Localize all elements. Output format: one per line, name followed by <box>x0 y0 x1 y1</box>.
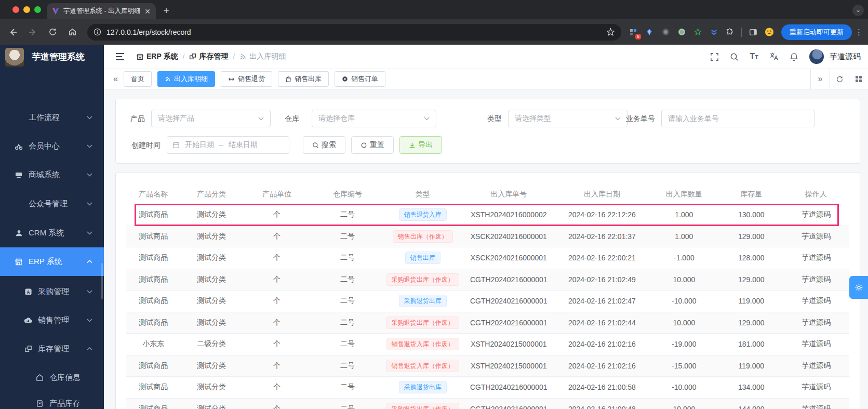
app-logo-row[interactable]: 芋道管理系统 <box>0 45 104 69</box>
refresh-page-icon[interactable] <box>830 69 849 89</box>
extensions-puzzle-icon[interactable] <box>725 28 735 37</box>
sidebar-item-official-account[interactable]: 公众号管理 <box>0 190 104 218</box>
sales-out-bag-icon <box>285 76 291 83</box>
bell-icon[interactable] <box>790 52 798 61</box>
cell-stock: 181.000 <box>720 340 783 348</box>
cell-operator: 芋道源码 <box>783 318 849 327</box>
type-badge: 采购退货出库（作废） <box>386 316 459 329</box>
tag-stock-record[interactable]: 出入库明细 <box>157 71 215 87</box>
extension-dark-circle-icon[interactable] <box>661 28 670 37</box>
sidebar-item-warehouse-info[interactable]: 仓库信息 <box>0 363 104 392</box>
sidebar-item-workflow[interactable]: 工作流程 <box>0 103 104 132</box>
chevron-up-icon <box>87 260 92 263</box>
tags-scroll-right-icon[interactable]: » <box>810 69 830 89</box>
membership-icon <box>14 142 24 151</box>
browser-update-button[interactable]: 重新启动即可更新 <box>781 24 852 40</box>
cell-product-unit: 个 <box>243 339 311 349</box>
new-tab-button[interactable]: + <box>164 5 169 17</box>
breadcrumb-stock[interactable]: 库存管理 <box>189 52 228 61</box>
sidebar-item-crm[interactable]: CRM 系统 <box>0 219 104 247</box>
cell-product-name: 小东东 <box>126 339 180 349</box>
home-icon[interactable] <box>65 25 79 39</box>
extension-icon[interactable]: 6 <box>629 28 638 37</box>
product-select[interactable]: 请选择产品 <box>151 110 271 127</box>
export-button[interactable]: 导出 <box>399 136 442 154</box>
layout-grid-icon[interactable] <box>849 69 868 89</box>
type-select[interactable]: 请选择类型 <box>508 110 627 127</box>
url-text[interactable]: 127.0.0.1/erp/stock/record <box>106 28 606 36</box>
extension-star-icon[interactable] <box>693 28 702 37</box>
biz-no-input[interactable] <box>661 110 814 127</box>
locale-translate-icon[interactable] <box>769 52 779 61</box>
warehouse-select[interactable]: 请选择仓库 <box>312 110 436 127</box>
tag-sales-order[interactable]: 销售订单 <box>335 71 385 87</box>
reset-button[interactable]: 重置 <box>351 136 394 154</box>
tag-sales-return[interactable]: 销售退货 <box>221 71 272 87</box>
settings-gear-icon <box>854 283 863 292</box>
cell-order-no: CGTH20240216000001 <box>462 297 556 305</box>
cell-operator: 芋道源码 <box>783 232 849 241</box>
cell-product-unit: 个 <box>243 404 311 409</box>
product-stock-icon <box>34 400 45 407</box>
theme-settings-button[interactable] <box>849 276 868 299</box>
cell-stock: 129.000 <box>720 319 783 327</box>
username[interactable]: 芋道源码 <box>830 52 861 62</box>
search-icon[interactable] <box>730 52 739 61</box>
table-row: 测试商品 测试分类 个 二号 销售出库 XSCK20240216000001 2… <box>126 247 849 269</box>
tag-home[interactable]: 首页 <box>124 71 152 87</box>
cell-product-category: 测试分类 <box>180 404 243 409</box>
cell-qty: -19.000 <box>648 340 720 348</box>
extension-chevrons-icon[interactable] <box>709 28 718 37</box>
bookmark-star-icon[interactable] <box>606 28 615 36</box>
cell-qty: -10.000 <box>648 383 720 391</box>
side-panel-icon[interactable] <box>749 28 758 37</box>
cell-qty: -10.000 <box>648 297 720 305</box>
font-size-icon[interactable]: TT <box>750 52 758 61</box>
sidebar-scrollbar-thumb[interactable] <box>101 263 103 299</box>
cell-order-no: CGTH20240216000001 <box>462 383 556 391</box>
cell-date: 2024-02-16 21:02:44 <box>556 319 648 327</box>
date-range-picker[interactable]: 开始日期 – 结束日期 <box>167 136 289 154</box>
cell-date: 2024-02-16 21:00:58 <box>556 383 648 391</box>
table-row: 测试商品 测试分类 个 二号 销售退货入库 XSTH20240216000002… <box>126 204 849 226</box>
close-window-button[interactable] <box>12 6 19 13</box>
tag-sales-out[interactable]: 销售出库 <box>278 71 329 87</box>
breadcrumb-erp[interactable]: ERP 系统 <box>136 52 178 61</box>
sidebar-item-membership[interactable]: 会员中心 <box>0 132 104 161</box>
user-avatar[interactable] <box>809 49 824 64</box>
erp-store-icon <box>14 258 24 266</box>
browser-tab[interactable]: 芋道管理系统 - 出入库明细 ✕ <box>47 3 156 19</box>
collapse-menu-icon[interactable] <box>115 52 125 61</box>
col-date: 出入库日期 <box>556 190 648 199</box>
fullscreen-icon[interactable] <box>710 52 719 61</box>
forward-icon[interactable] <box>26 25 39 39</box>
cell-order-no: XSCK20240216000001 <box>462 232 556 241</box>
cell-qty: 10.000 <box>648 275 720 284</box>
maximize-window-button[interactable] <box>34 6 41 13</box>
minimize-window-button[interactable] <box>23 6 30 13</box>
profile-emoji-icon[interactable] <box>765 28 774 37</box>
cell-product-name: 测试商品 <box>126 253 180 262</box>
browser-toolbar: 127.0.0.1/erp/stock/record 6 重新启动即可更新 ⋮ <box>0 19 868 45</box>
tab-search-chevron-icon[interactable]: ⌄ <box>852 5 864 16</box>
address-bar[interactable]: 127.0.0.1/erp/stock/record <box>87 24 621 41</box>
cell-date: 2024-02-16 21:02:49 <box>556 275 648 284</box>
tags-scroll-left-icon[interactable]: « <box>113 74 118 84</box>
sidebar-item-stock[interactable]: 库存管理 <box>0 335 104 363</box>
sidebar-item-mall[interactable]: 商城系统 <box>0 161 104 189</box>
search-button[interactable]: 搜索 <box>303 136 345 154</box>
sidebar-item-purchase[interactable]: A 采购管理 <box>0 278 104 306</box>
extension-gem-icon[interactable] <box>645 28 654 37</box>
back-icon[interactable] <box>6 25 20 39</box>
sidebar-item-erp[interactable]: ERP 系统 <box>0 247 104 276</box>
sidebar-item-sales[interactable]: 销售管理 <box>0 306 104 335</box>
sidebar-item-product-stock[interactable]: 产品库存 <box>0 389 104 409</box>
extension-green-dot-icon[interactable] <box>677 28 686 37</box>
browser-menu-dots-icon[interactable]: ⋮ <box>855 28 863 37</box>
favicon <box>52 8 59 15</box>
site-info-icon[interactable] <box>94 28 101 36</box>
cell-product-unit: 个 <box>243 232 311 241</box>
reload-icon[interactable] <box>46 25 59 39</box>
cell-product-category: 测试分类 <box>180 275 243 284</box>
tab-close-icon[interactable]: ✕ <box>144 7 151 16</box>
